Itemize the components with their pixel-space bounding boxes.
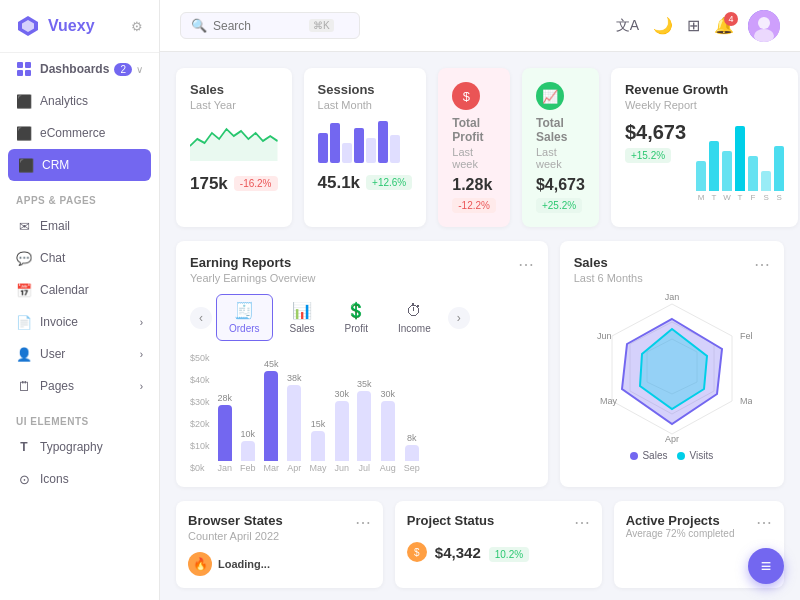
earning-reports-card: Earning Reports Yearly Earnings Overview…: [176, 241, 548, 487]
active-projects-header: Active Projects Average 72% completed ⋯: [626, 513, 772, 539]
crm-icon: ⬛: [18, 157, 34, 173]
sidebar-item-typography[interactable]: T Typography: [0, 431, 159, 463]
grid-view-icon[interactable]: ⊞: [687, 16, 700, 35]
earning-tabs: ‹ 🧾 Orders 📊 Sales 💲 Profit ⏱: [190, 294, 534, 341]
radar-chart: Jan Feb Mar Apr May Jun: [592, 294, 752, 444]
logo[interactable]: Vuexy ⚙: [0, 0, 159, 53]
stat-cards-row: Sales Last Year 175k -16.2% Sessions Las…: [176, 68, 784, 227]
chevron-right-icon: ›: [140, 317, 143, 328]
sales-radar-menu-icon[interactable]: ⋯: [754, 255, 770, 274]
day-label-t: T: [709, 193, 719, 202]
bar-columns: 28k Jan 10k Feb 45k: [218, 353, 534, 473]
sidebar-item-analytics[interactable]: ⬛ Analytics: [0, 85, 159, 117]
sidebar-item-label: Invoice: [40, 315, 78, 329]
content-area: Sales Last Year 175k -16.2% Sessions Las…: [160, 52, 800, 600]
sales-radar-sub: Last 6 Months: [574, 272, 643, 284]
session-bar-5: [366, 138, 376, 163]
bar-feb: 10k Feb: [240, 429, 256, 473]
legend-visits-dot: [677, 452, 685, 460]
tab-orders[interactable]: 🧾 Orders: [216, 294, 273, 341]
user-icon: 👤: [16, 346, 32, 362]
avatar[interactable]: [748, 10, 780, 42]
revenue-growth-card: Revenue Growth Weekly Report $4,673 +15.…: [611, 68, 798, 227]
earning-menu-icon[interactable]: ⋯: [518, 255, 534, 274]
grid-icon: [17, 62, 31, 76]
bar-mar: 45k Mar: [264, 359, 280, 473]
fab-button[interactable]: ≡: [748, 548, 784, 584]
browser-states-menu-icon[interactable]: ⋯: [355, 513, 371, 532]
tab-sales[interactable]: 📊 Sales: [277, 294, 328, 341]
session-bar-6: [378, 121, 388, 163]
bar-may: 15k May: [310, 419, 327, 473]
rev-bar-6: [774, 146, 784, 191]
bar-sep: 8k Sep: [404, 433, 420, 473]
sales-stat-card: Sales Last Year 175k -16.2%: [176, 68, 292, 227]
notifications-icon[interactable]: 🔔 4: [714, 16, 734, 35]
sidebar-item-label: Icons: [40, 472, 69, 486]
sales-radar-card: Sales Last 6 Months ⋯ Jan Feb: [560, 241, 784, 487]
sidebar-item-icons[interactable]: ⊙ Icons: [0, 463, 159, 495]
y-label-30k: $30k: [190, 397, 210, 407]
y-label-0k: $0k: [190, 463, 210, 473]
total-sales-card-title: Total Sales: [536, 116, 585, 144]
typography-icon: T: [16, 439, 32, 455]
y-label-50k: $50k: [190, 353, 210, 363]
project-status-change: 10.2%: [489, 547, 529, 562]
translate-icon[interactable]: 文A: [616, 17, 639, 35]
dashboards-nav[interactable]: Dashboards 2 ∨: [0, 53, 159, 85]
dark-mode-icon[interactable]: 🌙: [653, 16, 673, 35]
total-sales-card-badge: +25.2%: [536, 198, 582, 213]
browser-states-chart-row: 🔥 Loading...: [188, 552, 371, 576]
sidebar-item-email[interactable]: ✉ Email: [0, 210, 159, 242]
sidebar-item-chat[interactable]: 💬 Chat: [0, 242, 159, 274]
sales-tab-icon: 📊: [292, 301, 312, 320]
rev-bar-5: [761, 171, 771, 191]
search-input[interactable]: [213, 19, 303, 33]
sidebar-item-label: Pages: [40, 379, 74, 393]
revenue-value: $4,673: [625, 121, 686, 144]
svg-text:Jan: Jan: [665, 294, 680, 302]
header-icons: 文A 🌙 ⊞ 🔔 4: [616, 10, 780, 42]
sidebar-item-pages[interactable]: 🗒 Pages ›: [0, 370, 159, 402]
legend-visits-label: Visits: [689, 450, 713, 461]
sidebar-item-invoice[interactable]: 📄 Invoice ›: [0, 306, 159, 338]
ui-elements-section: UI ELEMENTS: [0, 402, 159, 431]
search-box[interactable]: 🔍 ⌘K: [180, 12, 360, 39]
active-projects-menu-icon[interactable]: ⋯: [756, 513, 772, 532]
bar-jul: 35k Jul: [357, 379, 372, 473]
session-bar-4: [354, 128, 364, 163]
ecommerce-icon: ⬛: [16, 125, 32, 141]
sidebar-item-label: Email: [40, 219, 70, 233]
tab-next-button[interactable]: ›: [448, 307, 470, 329]
sidebar-item-calendar[interactable]: 📅 Calendar: [0, 274, 159, 306]
rev-bar-0: [696, 161, 706, 191]
rev-bar-1: [709, 141, 719, 191]
sidebar-item-crm[interactable]: ⬛ CRM: [8, 149, 151, 181]
tab-prev-button[interactable]: ‹: [190, 307, 212, 329]
project-status-menu-icon[interactable]: ⋯: [574, 513, 590, 532]
search-icon: 🔍: [191, 18, 207, 33]
settings-icon[interactable]: ⚙: [131, 19, 143, 34]
project-status-value: $4,342: [435, 544, 481, 561]
tab-profit[interactable]: 💲 Profit: [332, 294, 381, 341]
pages-icon: 🗒: [16, 378, 32, 394]
sidebar-item-label: Calendar: [40, 283, 89, 297]
revenue-bars-chart: [696, 121, 784, 191]
sidebar-item-user[interactable]: 👤 User ›: [0, 338, 159, 370]
notification-badge: 4: [724, 12, 738, 26]
profit-card-period: Last week: [452, 146, 496, 170]
bar-apr: 38k Apr: [287, 373, 302, 473]
project-status-values: $ $4,342 10.2%: [407, 542, 590, 562]
svg-rect-3: [25, 62, 31, 68]
sidebar-item-ecommerce[interactable]: ⬛ eCommerce: [0, 117, 159, 149]
bar-jun: 30k Jun: [335, 389, 350, 473]
invoice-icon: 📄: [16, 314, 32, 330]
profit-tab-label: Profit: [345, 323, 368, 334]
tab-income[interactable]: ⏱ Income: [385, 295, 444, 341]
profit-card-title: Total Profit: [452, 116, 496, 144]
bottom-row: Browser States Counter April 2022 ⋯ 🔥 Lo…: [176, 501, 784, 588]
income-tab-icon: ⏱: [406, 302, 422, 320]
svg-text:Feb: Feb: [740, 331, 752, 341]
sidebar-item-label: eCommerce: [40, 126, 105, 140]
total-sales-card-value: $4,673: [536, 176, 585, 194]
